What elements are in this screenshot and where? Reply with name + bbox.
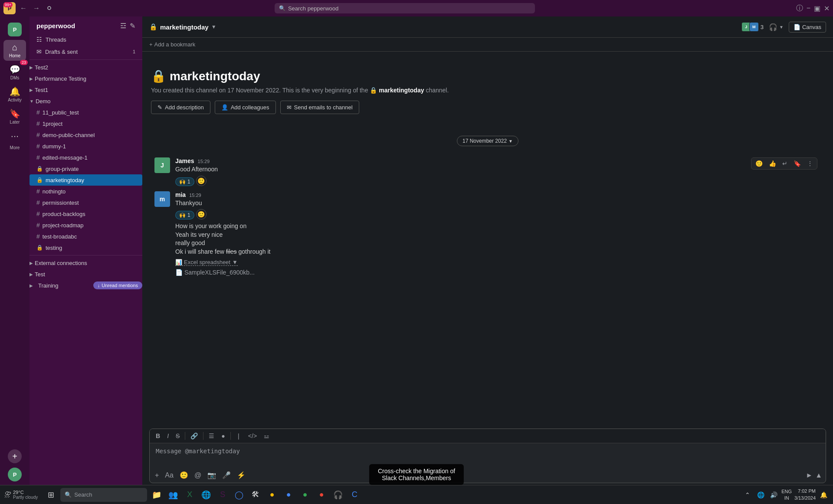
more-action[interactable]: ⋮ xyxy=(805,159,815,168)
add-reaction-button[interactable]: 🙂 xyxy=(196,176,207,186)
sidebar-item-activity[interactable]: 🔔 Activity xyxy=(3,84,26,105)
add-bookmark-button[interactable]: + Add a bookmark xyxy=(149,41,195,48)
mention-button[interactable]: @ xyxy=(193,470,203,481)
nav-back-button[interactable]: ← xyxy=(18,3,29,14)
nav-history-button[interactable]: ⭘ xyxy=(44,3,55,14)
strikethrough-button[interactable]: S xyxy=(173,431,182,441)
block-quote-button[interactable]: ❘ xyxy=(233,431,244,441)
taskbar-app1[interactable]: 🛠 xyxy=(248,487,263,503)
channel-dropdown-arrow[interactable]: ▼ xyxy=(211,24,216,30)
sidebar-channel-project-roadmap[interactable]: # project-roadmap xyxy=(30,219,142,231)
bold-button[interactable]: B xyxy=(153,431,163,441)
taskbar-ie[interactable]: 🌐 xyxy=(198,487,214,503)
taskbar-chrome2[interactable]: ● xyxy=(264,487,280,503)
sidebar-item-threads[interactable]: ☷ Threads xyxy=(30,33,142,46)
ordered-list-button[interactable]: ☰ xyxy=(206,431,217,441)
mia-avatar: m xyxy=(154,191,170,207)
shortcut-button[interactable]: ⚡ xyxy=(235,469,247,481)
members-button[interactable]: J M 3 xyxy=(743,22,764,32)
react-action[interactable]: 🙂 xyxy=(753,159,765,168)
add-description-button[interactable]: ✎ Add description xyxy=(151,101,210,114)
sidebar-channel-test-broadabc[interactable]: # test-broadabc xyxy=(30,231,142,242)
sidebar-channel-permissiontest[interactable]: # permissiontest xyxy=(30,197,142,208)
sidebar-item-test2[interactable]: ▶ Test2 xyxy=(30,62,142,73)
add-workspace-button[interactable]: + xyxy=(8,449,22,463)
sidebar-item-test1[interactable]: ▶ Test1 xyxy=(30,84,142,95)
thumbsup-action[interactable]: 👍 xyxy=(767,159,778,168)
taskbar-chrome4[interactable]: ● xyxy=(297,487,313,503)
sidebar-item-home[interactable]: ⌂ Home xyxy=(3,40,26,61)
sidebar-item-demo[interactable]: ▼ Demo xyxy=(30,95,142,107)
sidebar-item-performance-testing[interactable]: ▶ Performance Testing xyxy=(30,73,142,84)
sidebar-channel-11public[interactable]: # 11_public_test xyxy=(30,107,142,118)
sidebar-item-workspace[interactable]: P xyxy=(3,20,26,39)
table-button[interactable]: ⚍ xyxy=(261,431,272,441)
camera-button[interactable]: 📷 xyxy=(206,469,218,481)
taskbar-chrome5[interactable]: ● xyxy=(314,487,329,503)
font-button[interactable]: Aa xyxy=(163,470,175,481)
sidebar-channel-dummy1[interactable]: # dummy-1 xyxy=(30,141,142,152)
expand-button[interactable]: ▲ xyxy=(815,471,822,479)
unordered-list-button[interactable]: ● xyxy=(219,431,227,441)
search-bar[interactable]: 🔍 Search pepperwood xyxy=(275,3,535,13)
sidebar-channel-demo-public[interactable]: # demo-public-channel xyxy=(30,129,142,141)
chevron-up-icon[interactable]: ⌃ xyxy=(742,490,753,500)
canvas-button[interactable]: 📄 Canvas xyxy=(789,22,826,33)
sidebar-item-test[interactable]: ▶ Test xyxy=(30,268,142,280)
sidebar-item-external[interactable]: ▶ External connections xyxy=(30,257,142,268)
message-input[interactable] xyxy=(150,443,826,466)
sidebar-item-drafts[interactable]: ✉ Drafts & sent 1 xyxy=(30,46,142,58)
nav-forward-button[interactable]: → xyxy=(31,3,42,14)
help-button[interactable]: ⓘ xyxy=(796,4,803,13)
italic-button[interactable]: I xyxy=(164,431,171,441)
close-button[interactable]: ✕ xyxy=(824,4,830,13)
audio-button[interactable]: 🎤 xyxy=(220,469,233,481)
more-apps-button[interactable]: ··· xyxy=(8,128,21,144)
add-colleagues-button[interactable]: 👤 Add colleagues xyxy=(215,101,276,114)
taskbar-file-explorer[interactable]: 📁 xyxy=(149,487,164,503)
date-pill[interactable]: 17 November 2022 ▼ xyxy=(457,136,518,146)
user-avatar[interactable]: P xyxy=(8,468,22,481)
taskbar-chrome3[interactable]: ● xyxy=(281,487,296,503)
sidebar-channel-1project[interactable]: # 1project xyxy=(30,118,142,129)
taskbar-search[interactable]: 🔍 Search xyxy=(60,488,147,502)
taskbar-teams[interactable]: 👥 xyxy=(165,487,181,503)
message-area[interactable]: 🔒 marketingtoday You created this channe… xyxy=(142,52,833,425)
taskbar-chrome6[interactable]: C xyxy=(347,487,362,503)
unread-mentions-badge[interactable]: Unread mentions xyxy=(93,281,142,289)
bookmark-action[interactable]: 🔖 xyxy=(791,159,803,168)
sidebar-item-dms[interactable]: 💬 DMs 23 xyxy=(3,62,26,83)
link-button[interactable]: 🔗 xyxy=(188,431,200,441)
sidebar-channel-edited[interactable]: # edited-message-1 xyxy=(30,152,142,163)
sidebar-item-later[interactable]: 🔖 Later xyxy=(3,106,26,127)
maximize-button[interactable]: ▣ xyxy=(814,4,820,13)
taskbar-excel[interactable]: X xyxy=(182,487,197,503)
reaction-button[interactable]: 🙌 1 xyxy=(175,177,194,186)
compose-icon[interactable]: ✎ xyxy=(130,22,135,30)
sidebar-channel-group-private[interactable]: 🔒 group-private xyxy=(30,163,142,174)
send-emails-button[interactable]: ✉ Send emails to channel xyxy=(280,101,359,114)
minimize-button[interactable]: − xyxy=(807,4,810,12)
filter-icon[interactable]: ☲ xyxy=(120,22,126,30)
code-button[interactable]: </> xyxy=(246,431,259,441)
taskbar-chrome1[interactable]: ◯ xyxy=(231,487,247,503)
sidebar-channel-marketingtoday[interactable]: 🔒 marketingtoday xyxy=(30,174,142,186)
reaction-button[interactable]: 🙌 1 xyxy=(175,211,194,219)
huddle-button[interactable]: 🎧 ▼ xyxy=(769,23,784,31)
excel-link[interactable]: 📊 Excel spreadsheet ▼ xyxy=(175,259,238,266)
send-button[interactable]: ► xyxy=(806,471,813,479)
start-button[interactable]: ⊞ xyxy=(43,487,59,503)
sidebar-channel-product-backlogs[interactable]: # product-backlogs xyxy=(30,208,142,219)
notification-icon[interactable]: 🔔 xyxy=(818,490,829,500)
add-button[interactable]: + xyxy=(153,470,161,481)
reply-action[interactable]: ↵ xyxy=(780,159,790,168)
add-reaction-button[interactable]: 🙂 xyxy=(196,209,207,219)
network-icon[interactable]: 🌐 xyxy=(755,490,766,500)
emoji-button[interactable]: 🙂 xyxy=(178,469,190,481)
taskbar-slack1[interactable]: S xyxy=(215,487,230,503)
sidebar-channel-nothingto[interactable]: # nothingto xyxy=(30,186,142,197)
sidebar-channel-testing[interactable]: 🔒 testing xyxy=(30,242,142,253)
taskbar-app2[interactable]: 🎧 xyxy=(330,487,346,503)
volume-icon[interactable]: 🔊 xyxy=(768,490,779,500)
sidebar-item-training[interactable]: ▶ Training Unread mentions xyxy=(30,280,142,291)
